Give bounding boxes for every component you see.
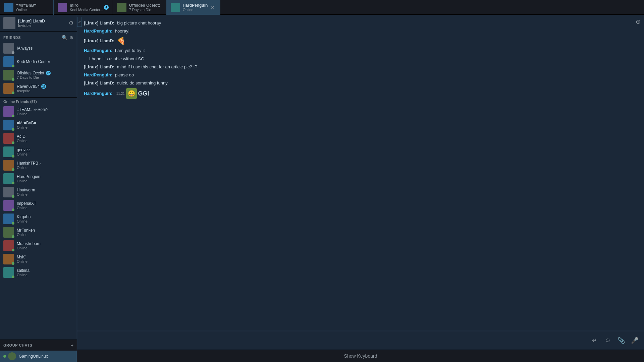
group-chats-header[interactable]: GROUP CHATS +: [0, 340, 77, 351]
group-active-dot: [3, 355, 6, 358]
online-friend-9[interactable]: MrFunken Online: [3, 226, 74, 239]
settings-icon[interactable]: ⚙: [69, 20, 73, 26]
always-avatar: [3, 43, 14, 54]
friend-sub-7: Online: [17, 206, 36, 210]
avatar-2: [3, 133, 14, 144]
friends-header: FRIENDS 🔍 ⊕: [3, 34, 74, 42]
send-message-button[interactable]: ↵: [589, 335, 600, 346]
friend-sub-2: Online: [17, 139, 28, 143]
tab-miro[interactable]: miro Kodi Media Center... 4: [54, 0, 113, 15]
msg-text-5: mind if i use this chat for an article p…: [117, 64, 198, 69]
chat-main: ⊕ [Linux] LiamD: big picture chat hooray…: [77, 15, 644, 362]
msg-sender-2: [Linux] LiamD:: [84, 38, 114, 43]
online-friend-8[interactable]: Kirgahn Online: [3, 212, 74, 226]
tab-bar: =Mr=BnB= Online miro Kodi Media Center..…: [0, 0, 644, 15]
tab-name-offsides: Offsides Ocelot:: [129, 3, 160, 8]
msg-text-4: I hope it's usable without SC: [89, 56, 144, 61]
msg-sender-7: [Linux] LiamD:: [84, 80, 114, 85]
online-friend-3[interactable]: geovizz Online: [3, 145, 74, 159]
message-2: [Linux] LiamD: 🍕: [84, 36, 637, 46]
msg-sticker-8: 😄 GGI: [126, 88, 149, 99]
msg-sender-1: HardPenguin:: [84, 28, 112, 34]
kodi-avatar: [3, 56, 14, 67]
friends-section: FRIENDS 🔍 ⊕ IAlwayss: [0, 32, 77, 98]
msg-text-1: hooray!: [115, 28, 129, 34]
raven-badge: 22: [41, 84, 46, 89]
tab-close-hard-penguin[interactable]: ✕: [209, 4, 216, 11]
friend-sub-12: Online: [17, 273, 30, 277]
input-icons: ↵ ☺ 📎 🎤: [589, 335, 640, 346]
add-friend-icon[interactable]: ⊕: [69, 35, 73, 40]
avatar-9: [3, 227, 14, 238]
friend-name-10: MrJustreborn: [17, 241, 41, 246]
kodi-name: Kodi Media Center: [17, 59, 50, 64]
offline-friend-offsides[interactable]: Offsides Ocelot 22 7 Days to Die: [3, 68, 74, 82]
tab-hard-penguin[interactable]: HardPenguin Online ✕: [167, 0, 220, 15]
group-avatar: [8, 352, 16, 360]
avatar-0: [3, 106, 14, 117]
msg-sender-3: HardPenguin:: [84, 48, 112, 53]
avatar-6: [3, 187, 14, 197]
tab-sub-miro: Kodi Media Center...: [70, 8, 103, 12]
friend-name-1: =Mr=BnB=: [17, 121, 36, 125]
online-friend-2[interactable]: AcID Online: [3, 132, 74, 145]
message-6: HardPenguin: please do: [84, 72, 637, 78]
friend-sub-11: Online: [17, 259, 28, 263]
msg-sender-6: HardPenguin:: [84, 72, 112, 77]
online-friend-1[interactable]: =Mr=BnB= Online: [3, 118, 74, 132]
tab-offsides[interactable]: Offsides Ocelot: 7 Days to Die: [113, 0, 167, 15]
main-area: [Linux] LiamD Invisible ⚙ FRIENDS 🔍 ⊕ I: [0, 15, 644, 362]
friend-sub-5: Online: [17, 179, 40, 183]
friend-name-6: Houtworm: [17, 188, 35, 192]
friend-sub-1: Online: [17, 125, 36, 129]
add-to-chat-button[interactable]: ⊕: [636, 18, 641, 25]
user-avatar: [3, 17, 15, 29]
attachment-button[interactable]: 📎: [616, 335, 627, 346]
online-friend-7[interactable]: ImperialXT Online: [3, 199, 74, 212]
friend-name-3: geovizz: [17, 147, 31, 152]
user-name: [Linux] LiamD: [18, 19, 69, 23]
emoji-picker-button[interactable]: ☺: [602, 335, 613, 346]
tab-sub-hard-penguin: Online: [183, 8, 208, 12]
friend-sub-9: Online: [17, 233, 35, 237]
chat-input[interactable]: [81, 338, 589, 343]
online-friend-12[interactable]: saltima Online: [3, 266, 74, 279]
offsides-name: Offsides Ocelot 22: [17, 71, 51, 76]
online-friend-4[interactable]: HamishTPB ♪ Online: [3, 159, 74, 172]
message-1: HardPenguin: hooray!: [84, 28, 637, 34]
search-icon[interactable]: 🔍: [62, 35, 67, 40]
chat-input-area: ↵ ☺ 📎 🎤: [77, 331, 644, 350]
group-chat-gaming-on-linux[interactable]: GamingOnLinux: [0, 351, 77, 362]
sidebar-collapse-button[interactable]: «: [77, 17, 82, 27]
friend-name-11: MsK': [17, 255, 28, 259]
avatar-12: [3, 267, 14, 278]
msg-sender-8: HardPenguin:: [84, 91, 112, 96]
avatar-8: [3, 214, 14, 224]
online-friend-5[interactable]: HardPenguin Online: [3, 172, 74, 185]
offline-friend-raven[interactable]: Raven67854 22 Aseprite: [3, 82, 74, 95]
online-friend-10[interactable]: MrJustreborn Online: [3, 239, 74, 252]
online-friend-6[interactable]: Houtworm Online: [3, 185, 74, 199]
always-friend-item[interactable]: IAlwayss: [3, 42, 74, 55]
add-group-chat-icon[interactable]: +: [71, 343, 73, 348]
raven-avatar: [3, 83, 14, 94]
tab-sub-mr-bnb: Online: [16, 8, 36, 12]
offsides-avatar: [3, 70, 14, 80]
user-header: [Linux] LiamD Invisible ⚙: [0, 15, 77, 32]
online-friend-0[interactable]: .:TEAM:. кимояi^ Online: [3, 105, 74, 118]
friend-name-7: ImperialXT: [17, 201, 36, 206]
message-5: [Linux] LiamD: mind if i use this chat f…: [84, 64, 637, 70]
message-8: HardPenguin: 11:21 😄 GGI: [84, 88, 637, 99]
keyboard-banner: Show Keyboard: [77, 350, 644, 362]
tab-mr-bnb[interactable]: =Mr=BnB= Online: [0, 0, 54, 15]
offsides-badge: 22: [46, 71, 51, 75]
friend-name-4: HamishTPB ♪: [17, 161, 41, 166]
show-keyboard-label: Show Keyboard: [344, 353, 377, 359]
msg-sender-5: [Linux] LiamD:: [84, 64, 114, 69]
offline-friend-kodi[interactable]: Kodi Media Center: [3, 55, 74, 68]
chat-top-right: ⊕: [636, 18, 641, 25]
friend-name-2: AcID: [17, 134, 28, 139]
friend-sub-8: Online: [17, 219, 31, 223]
online-friend-11[interactable]: MsK' Online: [3, 252, 74, 266]
voice-button[interactable]: 🎤: [629, 335, 640, 346]
